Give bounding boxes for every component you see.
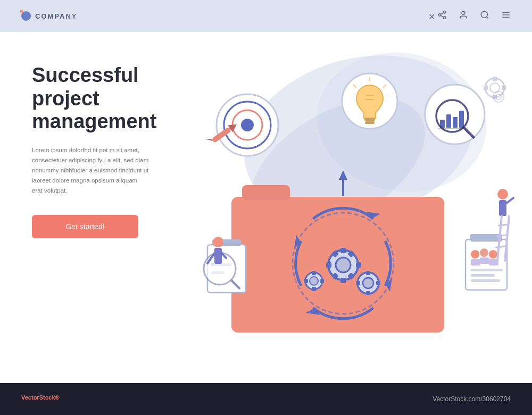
svg-rect-73: [502, 86, 506, 90]
svg-point-66: [436, 100, 468, 132]
svg-point-75: [496, 94, 501, 99]
svg-point-31: [358, 272, 379, 294]
svg-point-38: [310, 277, 318, 285]
svg-line-102: [506, 198, 513, 203]
svg-line-107: [496, 246, 505, 247]
hero-title: Successful project management: [32, 64, 149, 134]
brand: COMPANY: [21, 11, 77, 21]
svg-marker-50: [228, 121, 239, 132]
svg-rect-24: [340, 278, 346, 283]
svg-point-32: [363, 278, 373, 288]
svg-point-21: [328, 250, 358, 280]
main-content: Successful project management Lorem ipsu…: [0, 32, 532, 383]
svg-rect-28: [347, 250, 355, 258]
svg-rect-62: [446, 114, 451, 128]
svg-rect-96: [489, 259, 498, 265]
svg-marker-51: [205, 136, 213, 144]
footer: VectorStock® VectorStock.com/30602704: [0, 383, 532, 415]
svg-point-12: [306, 39, 497, 205]
svg-rect-82: [211, 271, 225, 274]
svg-rect-23: [340, 248, 346, 253]
svg-rect-71: [493, 95, 497, 99]
svg-marker-17: [366, 212, 380, 218]
svg-point-60: [425, 85, 485, 144]
svg-line-84: [231, 280, 239, 288]
svg-rect-98: [471, 274, 495, 277]
svg-point-45: [217, 94, 278, 156]
svg-rect-30: [347, 272, 355, 280]
share-icon[interactable]: ✕: [428, 10, 447, 22]
svg-point-74: [493, 92, 504, 102]
svg-point-69: [490, 83, 500, 93]
svg-rect-64: [459, 111, 464, 128]
footer-url: VectorStock.com/30602704: [433, 395, 511, 403]
svg-rect-53: [364, 118, 375, 121]
svg-rect-97: [471, 269, 503, 271]
svg-point-93: [489, 250, 497, 259]
footer-brand: VectorStock®: [21, 394, 60, 404]
svg-rect-15: [242, 185, 290, 200]
svg-rect-77: [212, 239, 241, 246]
svg-line-7: [486, 16, 488, 18]
footer-brand-name: VectorStock: [21, 394, 55, 401]
svg-text:✓: ✓: [210, 254, 214, 260]
svg-rect-89: [466, 239, 507, 290]
menu-icon[interactable]: [501, 10, 511, 22]
svg-line-106: [497, 235, 506, 236]
svg-point-0: [443, 11, 446, 14]
svg-point-52: [342, 73, 397, 129]
svg-rect-29: [331, 272, 339, 280]
svg-rect-101: [499, 200, 506, 216]
svg-point-83: [204, 253, 236, 285]
svg-point-5: [462, 11, 465, 14]
svg-rect-80: [211, 263, 231, 266]
svg-line-87: [207, 253, 214, 263]
svg-text:✓: ✓: [210, 262, 214, 268]
svg-point-6: [481, 11, 487, 18]
svg-point-16: [293, 213, 394, 314]
svg-rect-40: [312, 287, 316, 291]
svg-point-2: [443, 16, 446, 19]
brand-name: COMPANY: [35, 12, 77, 20]
svg-point-68: [485, 78, 504, 97]
svg-line-105: [498, 225, 507, 226]
svg-rect-14: [231, 197, 444, 333]
svg-rect-41: [304, 279, 308, 283]
brand-logo-icon: [21, 11, 31, 21]
svg-point-92: [480, 248, 488, 257]
svg-rect-86: [214, 248, 222, 264]
svg-point-100: [497, 189, 508, 200]
svg-rect-90: [470, 234, 502, 242]
user-icon[interactable]: [459, 10, 468, 22]
get-started-button[interactable]: Get started!: [32, 215, 138, 238]
svg-point-47: [232, 110, 262, 140]
svg-rect-49: [211, 127, 232, 143]
svg-line-67: [464, 128, 473, 137]
svg-rect-72: [484, 86, 488, 90]
svg-line-59: [353, 85, 356, 88]
svg-rect-42: [320, 279, 324, 283]
svg-point-1: [438, 14, 441, 16]
svg-point-91: [471, 250, 479, 259]
svg-rect-26: [356, 262, 361, 268]
svg-rect-63: [453, 117, 458, 128]
svg-point-37: [305, 272, 322, 289]
svg-rect-94: [471, 259, 480, 265]
navbar-icons: ✕: [428, 10, 511, 22]
svg-marker-18: [306, 309, 320, 315]
svg-point-13: [228, 71, 447, 259]
svg-rect-70: [493, 77, 497, 81]
svg-rect-76: [207, 245, 246, 293]
svg-rect-39: [312, 271, 316, 275]
svg-line-103: [497, 216, 502, 261]
svg-rect-36: [376, 281, 380, 285]
navbar: COMPANY ✕: [0, 0, 532, 32]
hero-description: Lorem ipsum dolorfhd fit pot m sit amet,…: [32, 145, 149, 196]
svg-rect-27: [331, 250, 339, 258]
left-panel: Successful project management Lorem ipsu…: [0, 32, 170, 383]
svg-line-88: [222, 253, 226, 258]
illustration-panel: ✓ ✓: [170, 32, 532, 383]
svg-marker-20: [294, 235, 301, 248]
svg-marker-19: [386, 278, 392, 292]
search-icon[interactable]: [480, 10, 489, 22]
